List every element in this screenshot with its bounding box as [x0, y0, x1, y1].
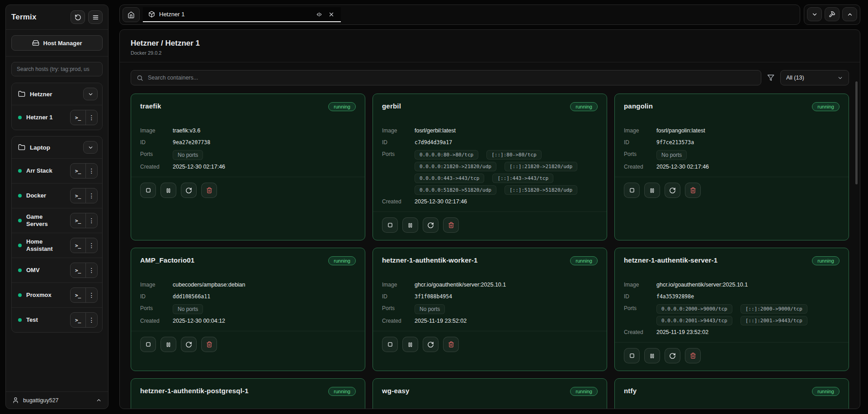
restart-container-button[interactable]	[665, 183, 680, 198]
container-card-header: hetzner-1-authentik-server-1 running	[624, 256, 840, 265]
container-box-icon	[148, 11, 155, 18]
host-manager-section: Host Manager	[6, 30, 108, 56]
delete-container-button[interactable]	[201, 337, 217, 352]
delete-container-button[interactable]	[443, 217, 459, 233]
host-menu-button[interactable]: ⋮	[85, 164, 97, 178]
container-card: pangolin running Image fosrl/pangolin:la…	[614, 94, 849, 240]
host-menu-button[interactable]: ⋮	[85, 313, 97, 327]
hamburger-menu-icon	[92, 14, 99, 21]
host-menu-button[interactable]: ⋮	[85, 288, 97, 302]
host-terminal-button[interactable]: >_	[71, 238, 85, 253]
port-chip: [::]:443->443/tcp	[492, 174, 553, 183]
host-terminal-button[interactable]: >_	[71, 164, 85, 178]
image-value: ghcr.io/goauthentik/server:2025.10.1	[656, 281, 748, 288]
ports-field: Ports No ports	[624, 150, 840, 160]
close-icon	[328, 11, 335, 18]
host-terminal-button[interactable]: >_	[71, 288, 85, 302]
sidebar-host-item[interactable]: Test >_ ⋮	[12, 307, 102, 332]
split-view-button[interactable]	[315, 10, 323, 19]
pause-container-button[interactable]	[644, 183, 660, 198]
host-menu-button[interactable]: ⋮	[85, 213, 97, 228]
id-field: ID 9ea27e207738	[140, 138, 356, 147]
pause-container-button[interactable]	[644, 348, 660, 363]
sidebar-host-item[interactable]: Home Assistant >_ ⋮	[12, 233, 102, 258]
stop-container-button[interactable]	[140, 337, 156, 352]
host-menu-button[interactable]: ⋮	[85, 188, 97, 203]
trash-icon	[690, 353, 696, 359]
container-card: hetzner-1-authentik-postgresql-1 running	[131, 378, 365, 409]
stop-container-button[interactable]	[624, 348, 640, 363]
host-terminal-button[interactable]: >_	[71, 110, 85, 125]
delete-container-button[interactable]	[443, 337, 459, 352]
delete-container-button[interactable]	[685, 348, 701, 363]
host-group-header[interactable]: Hetzner	[12, 83, 102, 105]
tab-hetzner-1[interactable]: Hetzner 1	[143, 7, 341, 22]
stop-container-button[interactable]	[382, 337, 398, 352]
container-card-header: wg-easy running	[382, 387, 598, 396]
vertical-scrollbar[interactable]	[855, 81, 858, 184]
container-card-header: hetzner-1-authentik-postgresql-1 running	[140, 387, 356, 396]
host-terminal-button[interactable]: >_	[71, 313, 85, 327]
panel-expand-button[interactable]	[842, 7, 857, 21]
image-label: Image	[140, 127, 168, 134]
id-field: ID c7d9d4d39a17	[382, 138, 598, 147]
host-terminal-button[interactable]: >_	[71, 188, 85, 203]
sidebar-host-item[interactable]: Docker >_ ⋮	[12, 183, 102, 208]
stop-container-button[interactable]	[624, 183, 640, 198]
host-group-header[interactable]: Laptop	[12, 136, 102, 158]
host-terminal-button[interactable]: >_	[71, 213, 85, 228]
container-search-input[interactable]	[148, 75, 755, 81]
split-pane-icon	[316, 11, 322, 18]
sidebar-user-footer[interactable]: bugattiguy527	[6, 391, 108, 409]
container-actions	[140, 337, 356, 352]
restart-container-button[interactable]	[181, 337, 197, 352]
ports-label: Ports	[624, 150, 652, 157]
restart-icon	[669, 187, 676, 194]
stop-icon	[629, 187, 635, 193]
id-label: ID	[624, 138, 652, 146]
pause-container-button[interactable]	[160, 337, 176, 352]
restart-container-button[interactable]	[423, 337, 439, 352]
group-collapse-button[interactable]	[83, 88, 98, 100]
sidebar-host-item[interactable]: Arr Stack >_ ⋮	[12, 158, 102, 183]
host-group-items: Hetzner 1 >_ ⋮	[12, 105, 102, 130]
port-chip: [::]:51820->51820/udp	[505, 185, 577, 195]
image-label: Image	[140, 281, 168, 288]
pause-container-button[interactable]	[402, 217, 418, 233]
container-name: gerbil	[382, 102, 401, 110]
main-column: Hetzner 1	[119, 5, 860, 409]
panel-collapse-button[interactable]	[807, 7, 822, 21]
delete-container-button[interactable]	[685, 183, 701, 198]
sidebar-host-item[interactable]: Proxmox >_ ⋮	[12, 282, 102, 307]
host-terminal-button[interactable]: >_	[71, 263, 85, 278]
pause-container-button[interactable]	[402, 337, 418, 352]
pause-container-button[interactable]	[160, 183, 176, 198]
restart-container-button[interactable]	[665, 348, 680, 363]
restart-container-button[interactable]	[423, 217, 439, 233]
host-menu-button[interactable]: ⋮	[85, 238, 97, 253]
sidebar-host-item[interactable]: OMV >_ ⋮	[12, 258, 102, 282]
tools-button[interactable]	[825, 7, 840, 21]
host-menu-button[interactable]: ⋮	[85, 263, 97, 278]
host-group: Hetzner Hetzner 1 >_ ⋮	[11, 83, 103, 130]
container-search-box[interactable]	[131, 70, 761, 85]
container-card-header: gerbil running	[382, 102, 598, 111]
sidebar-menu-button[interactable]	[88, 10, 103, 24]
sidebar-host-item[interactable]: Hetzner 1 >_ ⋮	[12, 105, 102, 130]
home-tab-button[interactable]	[123, 7, 140, 22]
close-tab-button[interactable]	[327, 10, 335, 19]
ports-value: No ports	[656, 150, 687, 160]
delete-container-button[interactable]	[201, 183, 217, 198]
sidebar-host-item[interactable]: Game Servers >_ ⋮	[12, 208, 102, 233]
host-search-input[interactable]	[11, 62, 103, 76]
refresh-button[interactable]	[71, 10, 85, 24]
stop-container-button[interactable]	[140, 183, 156, 198]
host-online-dot	[18, 116, 22, 119]
restart-container-button[interactable]	[181, 183, 197, 198]
group-collapse-button[interactable]	[83, 141, 98, 154]
host-manager-button[interactable]: Host Manager	[11, 35, 103, 51]
port-mapping-row: 0.0.0.0:2000->9000/tcp[::]:2000->9000/tc…	[656, 304, 807, 314]
status-filter-dropdown[interactable]: All (13)	[780, 70, 849, 85]
host-menu-button[interactable]: ⋮	[85, 110, 97, 125]
stop-container-button[interactable]	[382, 217, 398, 233]
